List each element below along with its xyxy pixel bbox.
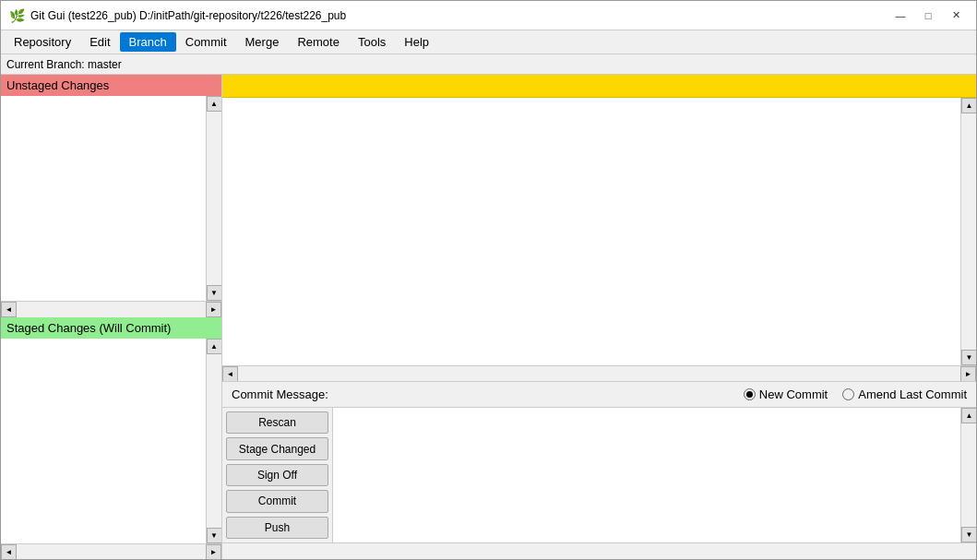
title-bar: 🌿 Git Gui (test226_pub) D:/initPath/git-… <box>1 1 976 30</box>
diff-hscroll-track <box>238 366 960 382</box>
unstaged-scroll-track <box>207 112 222 285</box>
staged-hscroll-right[interactable]: ► <box>206 544 221 560</box>
branch-status: Current Branch: master <box>1 54 976 75</box>
window-controls: — □ ✕ <box>888 6 969 26</box>
diff-yellow-header <box>222 75 976 98</box>
push-button[interactable]: Push <box>226 517 328 539</box>
msg-scroll-down[interactable]: ▼ <box>961 527 976 542</box>
msg-scroll-track <box>961 423 976 527</box>
main-content: Unstaged Changes ▲ ▼ ◄ ► Staged Changes … <box>1 75 976 559</box>
right-panel: ▲ ▼ ◄ ► Commit Message: <box>222 75 976 559</box>
amend-commit-option[interactable]: Amend Last Commit <box>842 387 967 401</box>
left-panel: Unstaged Changes ▲ ▼ ◄ ► Staged Changes … <box>1 75 222 559</box>
new-commit-option[interactable]: New Commit <box>744 387 828 401</box>
close-button[interactable]: ✕ <box>943 6 969 26</box>
unstaged-header: Unstaged Changes <box>1 75 221 96</box>
commit-button[interactable]: Commit <box>226 490 328 512</box>
menu-item-commit[interactable]: Commit <box>176 32 236 52</box>
commit-message-textarea[interactable] <box>333 408 976 542</box>
diff-hscroll[interactable]: ◄ ► <box>222 365 976 381</box>
app-icon: 🌿 <box>8 7 25 24</box>
diff-section: ▲ ▼ ◄ ► <box>222 75 976 381</box>
new-commit-label: New Commit <box>759 387 828 401</box>
staged-scroll-down[interactable]: ▼ <box>207 528 222 543</box>
menu-item-edit[interactable]: Edit <box>80 32 119 52</box>
unstaged-scroll-up[interactable]: ▲ <box>207 96 222 112</box>
diff-scroll-track <box>961 113 976 350</box>
amend-commit-label: Amend Last Commit <box>858 387 967 401</box>
action-buttons-panel: Rescan Stage Changed Sign Off Commit Pus… <box>222 408 333 542</box>
staged-header: Staged Changes (Will Commit) <box>1 317 221 339</box>
commit-type-radio-group: New Commit Amend Last Commit <box>744 387 967 401</box>
main-window: 🌿 Git Gui (test226_pub) D:/initPath/git-… <box>0 0 977 560</box>
message-scrollbar-v[interactable]: ▲ ▼ <box>960 408 976 542</box>
maximize-button[interactable]: □ <box>915 6 941 26</box>
sign-off-button[interactable]: Sign Off <box>226 464 328 486</box>
window-title: Git Gui (test226_pub) D:/initPath/git-re… <box>30 9 888 22</box>
staged-section: Staged Changes (Will Commit) ▲ ▼ ◄ ► <box>1 317 221 559</box>
diff-hscroll-right[interactable]: ► <box>960 366 976 382</box>
commit-message-area: Commit Message: New Commit Amend Last Co… <box>222 381 976 542</box>
unstaged-hscroll-right[interactable]: ► <box>206 302 221 317</box>
staged-hscroll[interactable]: ◄ ► <box>1 543 221 559</box>
bottom-status-bar <box>222 542 976 559</box>
unstaged-scroll-down[interactable]: ▼ <box>207 285 222 301</box>
staged-hscroll-left[interactable]: ◄ <box>1 544 17 560</box>
diff-hscroll-left[interactable]: ◄ <box>222 366 238 382</box>
unstaged-hscroll[interactable]: ◄ ► <box>1 301 221 316</box>
staged-scroll-track <box>207 354 222 528</box>
menu-item-repository[interactable]: Repository <box>5 32 80 52</box>
unstaged-hscroll-track <box>17 302 206 317</box>
diff-scroll-down[interactable]: ▼ <box>961 350 976 365</box>
menu-item-tools[interactable]: Tools <box>349 32 395 52</box>
menu-item-branch[interactable]: Branch <box>120 32 176 52</box>
rescan-button[interactable]: Rescan <box>226 411 328 434</box>
menu-item-merge[interactable]: Merge <box>236 32 289 52</box>
amend-commit-radio[interactable] <box>842 388 854 400</box>
minimize-button[interactable]: — <box>888 6 913 26</box>
staged-file-list[interactable]: ▲ ▼ <box>1 339 221 543</box>
commit-message-header: Commit Message: New Commit Amend Last Co… <box>222 382 976 408</box>
diff-scroll-up[interactable]: ▲ <box>961 98 976 113</box>
diff-content-area[interactable]: ▲ ▼ <box>222 98 976 365</box>
msg-scroll-up[interactable]: ▲ <box>961 408 976 423</box>
stage-changed-button[interactable]: Stage Changed <box>226 437 328 459</box>
menu-item-help[interactable]: Help <box>395 32 438 52</box>
unstaged-scrollbar-v[interactable]: ▲ ▼ <box>206 96 221 301</box>
staged-scrollbar-v[interactable]: ▲ ▼ <box>206 339 221 543</box>
menu-item-remote[interactable]: Remote <box>288 32 349 52</box>
branch-status-text: Current Branch: master <box>6 58 122 71</box>
commit-message-label: Commit Message: <box>232 387 328 401</box>
unstaged-section: Unstaged Changes ▲ ▼ ◄ ► <box>1 75 221 317</box>
menu-bar: Repository Edit Branch Commit Merge Remo… <box>1 30 976 54</box>
commit-message-body: Rescan Stage Changed Sign Off Commit Pus… <box>222 408 976 542</box>
diff-scrollbar-v[interactable]: ▲ ▼ <box>960 98 976 365</box>
message-textarea-container: ▲ ▼ <box>333 408 976 542</box>
staged-hscroll-track <box>17 544 206 560</box>
unstaged-file-list[interactable]: ▲ ▼ <box>1 96 221 301</box>
unstaged-hscroll-left[interactable]: ◄ <box>1 302 17 317</box>
new-commit-radio[interactable] <box>744 388 756 400</box>
staged-scroll-up[interactable]: ▲ <box>207 339 222 354</box>
